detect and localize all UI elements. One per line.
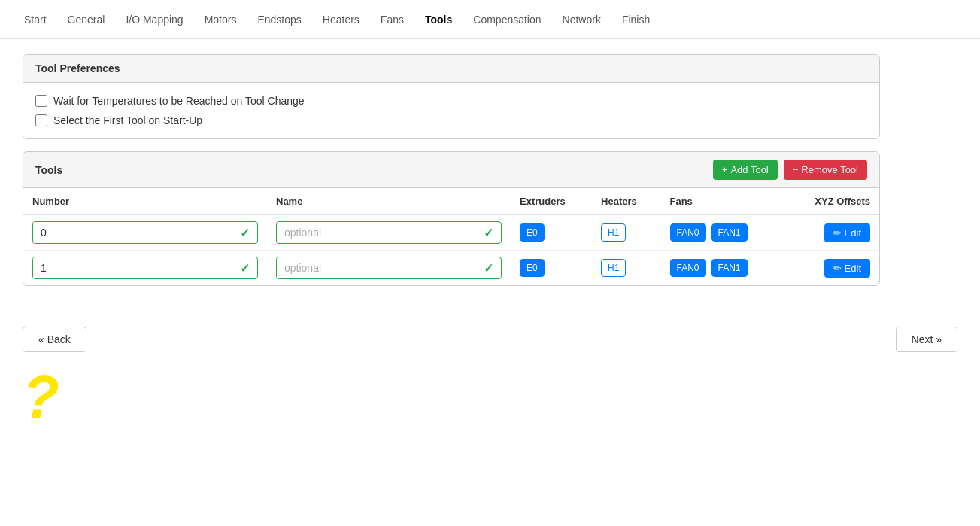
- tool-preferences-card: Tool Preferences Wait for Temperatures t…: [23, 54, 880, 139]
- tool-1-heater-h1[interactable]: H1: [601, 259, 626, 277]
- tools-table-body: ✓ ✓ E0: [23, 215, 879, 286]
- tool-0-number-check-icon: ✓: [232, 226, 257, 240]
- nav-start[interactable]: Start: [15, 9, 56, 30]
- tool-0-name-cell: ✓: [267, 215, 511, 251]
- tool-1-extruder-e0[interactable]: E0: [520, 259, 545, 277]
- tool-0-heater-h1[interactable]: H1: [601, 223, 626, 242]
- remove-tool-button[interactable]: − Remove Tool: [784, 160, 867, 180]
- tool-1-edit-label: Edit: [845, 263, 861, 274]
- table-row: ✓ ✓ E0: [23, 215, 879, 251]
- tool-preferences-body: Wait for Temperatures to be Reached on T…: [23, 83, 879, 138]
- col-number: Number: [23, 188, 267, 215]
- tool-1-name-input-wrapper: ✓: [276, 257, 502, 279]
- next-button[interactable]: Next »: [896, 327, 957, 352]
- nav-finish[interactable]: Finish: [613, 9, 659, 30]
- edit-icon-0: ✏: [833, 227, 842, 239]
- tools-table-header-row: Number Name Extruders Heaters Fans XYZ O…: [23, 188, 879, 215]
- add-tool-label: Add Tool: [730, 164, 768, 175]
- tools-table-head: Number Name Extruders Heaters Fans XYZ O…: [23, 188, 879, 215]
- tools-card: Tools + Add Tool − Remove Tool Number Na…: [23, 151, 880, 286]
- tool-1-name-check-icon: ✓: [476, 261, 501, 275]
- wait-for-temps-label[interactable]: Wait for Temperatures to be Reached on T…: [53, 95, 305, 107]
- select-first-tool-row: Select the First Tool on Start-Up: [35, 114, 867, 126]
- col-xyz-offsets: XYZ Offsets: [785, 188, 879, 215]
- tool-0-heaters-cell: H1: [592, 215, 660, 251]
- add-tool-button[interactable]: + Add Tool: [713, 160, 778, 180]
- tool-0-number-input[interactable]: [33, 222, 232, 243]
- tool-0-fans-cell: FAN0 FAN1: [661, 215, 786, 251]
- logo-area: ?: [0, 360, 980, 435]
- tool-1-fans-cell: FAN0 FAN1: [661, 251, 786, 286]
- tools-table: Number Name Extruders Heaters Fans XYZ O…: [23, 188, 879, 285]
- tool-1-name-input[interactable]: [277, 257, 476, 278]
- nav-endstops[interactable]: Endstops: [248, 9, 310, 30]
- tool-1-number-cell: ✓: [23, 251, 267, 286]
- tool-1-name-cell: ✓: [267, 251, 511, 286]
- tool-0-name-input-wrapper: ✓: [276, 221, 502, 244]
- tool-1-number-input[interactable]: [33, 257, 232, 278]
- tool-1-edit-button[interactable]: ✏ Edit: [824, 259, 870, 278]
- tool-1-fan0[interactable]: FAN0: [670, 259, 706, 277]
- tool-0-number-cell: ✓: [23, 215, 267, 251]
- tool-1-extruders-cell: E0: [511, 251, 592, 286]
- table-row: ✓ ✓ E0: [23, 251, 879, 286]
- tool-0-name-input[interactable]: [277, 222, 476, 243]
- remove-tool-label: Remove Tool: [801, 164, 858, 175]
- tool-1-xyz-cell: ✏ Edit: [785, 251, 879, 286]
- tool-0-fan0[interactable]: FAN0: [670, 223, 706, 242]
- tool-0-edit-label: Edit: [845, 227, 861, 239]
- tools-table-container: Number Name Extruders Heaters Fans XYZ O…: [23, 188, 879, 285]
- bottom-navigation: « Back Next »: [0, 319, 980, 360]
- nav-general[interactable]: General: [59, 9, 114, 30]
- tool-preferences-title: Tool Preferences: [35, 62, 120, 74]
- col-fans: Fans: [661, 188, 786, 215]
- add-tool-icon: +: [722, 164, 728, 175]
- nav-network[interactable]: Network: [554, 9, 610, 30]
- wait-for-temps-row: Wait for Temperatures to be Reached on T…: [35, 95, 867, 107]
- tool-1-number-input-wrapper: ✓: [32, 257, 258, 279]
- nav-fans[interactable]: Fans: [372, 9, 413, 30]
- select-first-tool-label[interactable]: Select the First Tool on Start-Up: [53, 114, 202, 126]
- col-extruders: Extruders: [511, 188, 592, 215]
- tool-0-extruder-e0[interactable]: E0: [520, 223, 545, 242]
- tool-1-fan1[interactable]: FAN1: [711, 259, 748, 277]
- tool-0-edit-button[interactable]: ✏ Edit: [824, 223, 870, 242]
- tool-0-extruders-cell: E0: [511, 215, 592, 251]
- col-name: Name: [267, 188, 511, 215]
- back-button[interactable]: « Back: [23, 327, 86, 352]
- wait-for-temps-checkbox[interactable]: [35, 95, 47, 107]
- tool-0-name-check-icon: ✓: [476, 226, 501, 240]
- nav-motors[interactable]: Motors: [196, 9, 246, 30]
- remove-tool-icon: −: [793, 164, 799, 175]
- tool-0-fan1[interactable]: FAN1: [711, 223, 748, 242]
- nav-compensation[interactable]: Compensation: [464, 9, 550, 30]
- nav-tools[interactable]: Tools: [416, 9, 461, 30]
- select-first-tool-checkbox[interactable]: [35, 114, 47, 126]
- tool-1-number-check-icon: ✓: [232, 261, 257, 275]
- tool-0-xyz-cell: ✏ Edit: [785, 215, 879, 251]
- tool-1-heaters-cell: H1: [592, 251, 660, 286]
- tool-preferences-header: Tool Preferences: [23, 55, 879, 83]
- nav-io-mapping[interactable]: I/O Mapping: [117, 9, 192, 30]
- tools-header-buttons: + Add Tool − Remove Tool: [713, 160, 867, 180]
- logo-icon: ?: [23, 367, 59, 427]
- main-content: Tool Preferences Wait for Temperatures t…: [0, 39, 903, 313]
- tools-section-title: Tools: [35, 164, 62, 176]
- tools-card-header: Tools + Add Tool − Remove Tool: [23, 152, 879, 188]
- top-navigation: Start General I/O Mapping Motors Endstop…: [0, 0, 980, 39]
- nav-heaters[interactable]: Heaters: [314, 9, 369, 30]
- edit-icon-1: ✏: [833, 263, 842, 274]
- col-heaters: Heaters: [592, 188, 660, 215]
- tool-0-number-input-wrapper: ✓: [32, 221, 258, 244]
